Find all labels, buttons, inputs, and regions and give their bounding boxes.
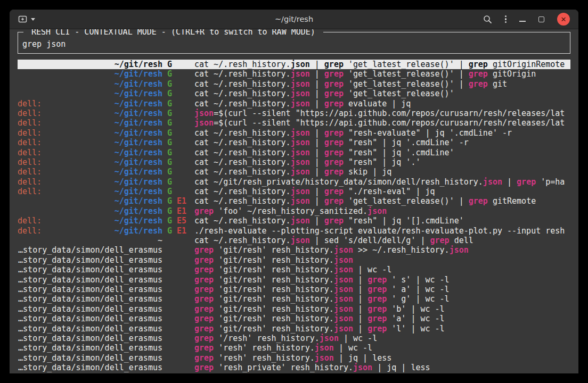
history-row[interactable]: …story_data/simon/dell_erasmus grep 'git… (18, 314, 570, 323)
row-context: dell:~/git/resh (18, 177, 162, 187)
history-row[interactable]: …story_data/simon/dell_erasmus grep 'git… (18, 285, 570, 294)
row-context: dell:~/git/resh (18, 99, 162, 109)
history-row[interactable]: dell:~/git/resh G cat ~/git/resh_private… (18, 177, 570, 187)
row-directory: …story_data/simon/dell_erasmus (18, 353, 162, 363)
history-row[interactable]: …story_data/simon/dell_erasmus grep 'git… (18, 265, 570, 274)
row-context: ~/git/resh (18, 60, 162, 69)
row-context: dell:~/git/resh (18, 148, 162, 157)
command-match-highlight: grep (324, 196, 344, 206)
row-flags (162, 363, 194, 372)
command-match-highlight: grep (368, 304, 387, 314)
close-button[interactable]: ✕ (557, 13, 570, 26)
history-row[interactable]: dell:~/git/resh G cat ~/.resh_history.js… (18, 148, 570, 157)
new-tab-icon[interactable] (18, 15, 27, 23)
command-match-highlight: grep (194, 294, 214, 304)
row-flags (162, 343, 194, 353)
history-row[interactable]: …story_data/simon/dell_erasmus grep 'git… (18, 304, 570, 314)
command-match-highlight: grep (324, 89, 344, 98)
row-flags (162, 245, 194, 255)
history-row[interactable]: dell:~/git/resh G cat ~/.resh_history.js… (18, 138, 570, 147)
titlebar[interactable]: ~/git/resh ✕ (10, 10, 578, 29)
history-row[interactable]: dell:~/git/resh G json=$(curl --silent "… (18, 118, 570, 128)
command-match-highlight: grep (194, 245, 214, 255)
row-context: dell:~/git/resh (18, 128, 162, 138)
row-host: dell: (18, 177, 42, 187)
new-tab-dropdown-caret-icon[interactable] (31, 18, 35, 21)
row-flags: G (162, 79, 194, 89)
history-row[interactable]: …story_data/simon/dell_erasmus grep 'res… (18, 353, 570, 363)
command-match-highlight: json (450, 245, 469, 255)
history-row[interactable]: dell:~/git/resh G E5 cat ~/.resh_history… (18, 216, 570, 226)
history-row[interactable]: …story_data/simon/dell_erasmus grep 'git… (18, 275, 570, 285)
history-row[interactable]: …story_data/simon/dell_erasmus grep 'res… (18, 343, 570, 353)
row-command: grep 'resh_private' resh_history.json | … (194, 363, 570, 372)
row-directory: …story_data/simon/dell_erasmus (18, 245, 162, 255)
history-row[interactable]: …story_data/simon/dell_erasmus grep 'git… (18, 255, 570, 265)
row-flags (162, 294, 194, 304)
search-icon[interactable] (483, 15, 492, 24)
restore-icon (538, 16, 544, 22)
restore-button[interactable] (538, 16, 544, 22)
history-row[interactable]: ~/git/resh G cat ~/.resh_history.json | … (18, 60, 570, 69)
command-match-highlight: grep (194, 206, 214, 216)
row-directory: ~/git/resh (115, 89, 162, 98)
history-row[interactable]: dell:~/git/resh G E1 ./resh-evaluate --p… (18, 226, 570, 236)
history-row[interactable]: ~/git/resh G cat ~/.resh_history.json | … (18, 69, 570, 79)
history-row[interactable]: ~ cat ~/.resh_history.json | sed 's/dell… (18, 236, 570, 245)
history-row[interactable]: dell:~/git/resh G json=$(curl --silent "… (18, 109, 570, 118)
row-flags: G (162, 138, 194, 147)
row-directory: ~/git/resh (115, 128, 162, 138)
history-row[interactable]: …story_data/simon/dell_erasmus grep 'git… (18, 294, 570, 304)
history-row[interactable]: dell:~/git/resh G cat ~/.resh_history.js… (18, 187, 570, 196)
row-command: grep 'git/resh' resh_history.json >> ~/.… (194, 245, 570, 255)
row-directory: …story_data/simon/dell_erasmus (18, 363, 162, 372)
row-command: cat ~/.resh_history.json | sed 's/dell/d… (194, 236, 570, 245)
history-row[interactable]: dell:~/git/resh G cat ~/.resh_history.js… (18, 99, 570, 109)
minimize-button[interactable] (519, 16, 526, 22)
history-row[interactable]: …story_data/simon/dell_erasmus grep 'res… (18, 363, 570, 372)
row-flag-g: G (167, 69, 172, 79)
row-directory: ~/git/resh (115, 196, 162, 206)
row-context: …story_data/simon/dell_erasmus (18, 285, 162, 294)
command-match-highlight: json (334, 304, 353, 314)
history-row[interactable]: dell:~/git/resh G cat ~/.resh_history.js… (18, 157, 570, 167)
command-match-highlight: grep (324, 157, 344, 167)
row-context: dell:~/git/resh (18, 187, 162, 196)
row-context: ~/git/resh (18, 89, 162, 98)
row-context: …story_data/simon/dell_erasmus (18, 294, 162, 304)
history-row[interactable]: …story_data/simon/dell_erasmus grep 'git… (18, 324, 570, 334)
row-directory: ~/git/resh (115, 148, 162, 157)
row-command: json=$(curl --silent "https://api.github… (194, 118, 570, 128)
search-panel-title: RESH CLI - CONTEXTUAL MODE - (CTRL+R to … (23, 29, 323, 37)
row-flags: G (162, 69, 194, 79)
row-flag-g: G (167, 138, 172, 147)
history-row[interactable]: ~/git/resh G cat ~/.resh_history.json | … (18, 79, 570, 89)
row-host: dell: (18, 109, 42, 118)
row-context: ~ (18, 236, 162, 245)
row-directory: ~/git/resh (115, 109, 162, 118)
history-row[interactable]: …story_data/simon/dell_erasmus grep 'git… (18, 245, 570, 255)
menu-kebab-icon[interactable] (505, 15, 507, 23)
row-context: dell:~/git/resh (18, 138, 162, 147)
command-match-highlight: grep (368, 324, 387, 334)
row-flag-e5: E5 (172, 216, 186, 226)
command-match-highlight: grep (194, 314, 214, 323)
row-context: …story_data/simon/dell_erasmus (18, 255, 162, 265)
row-flag-g: G (167, 167, 172, 177)
row-directory: ~/git/resh (115, 206, 162, 216)
row-directory: ~/git/resh (115, 157, 162, 167)
history-row[interactable]: dell:~/git/resh G cat ~/.resh_history.js… (18, 128, 570, 138)
row-flag-g: G (167, 79, 172, 89)
row-directory: ~/git/resh (115, 69, 162, 79)
command-match-highlight: grep (368, 314, 387, 323)
history-row[interactable]: …story_data/simon/dell_erasmus grep '/re… (18, 334, 570, 343)
history-row[interactable]: dell:~/git/resh G cat ~/.resh_history.js… (18, 167, 570, 177)
command-match-highlight: json (368, 206, 387, 216)
history-row[interactable]: ~/git/resh G cat ~/.resh_history.json | … (18, 89, 570, 98)
command-match-highlight: json (291, 128, 310, 138)
command-match-highlight: json (334, 285, 353, 294)
history-row[interactable]: ~/git/resh G E1 cat ~/.resh_history.json… (18, 196, 570, 206)
row-flags: G (162, 60, 194, 69)
history-row[interactable]: ~/git/resh G E1 grep 'foo' ~/resh_histor… (18, 206, 570, 216)
command-match-highlight: grep (324, 167, 344, 177)
